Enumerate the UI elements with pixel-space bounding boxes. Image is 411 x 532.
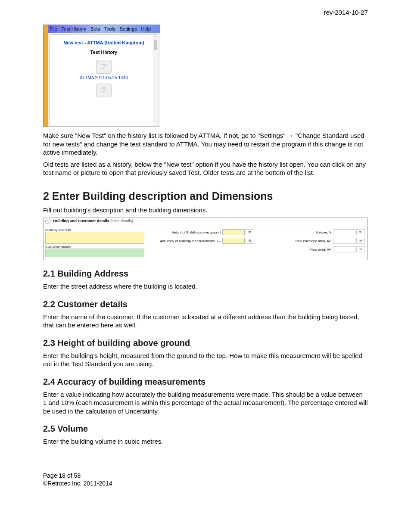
- scrollbar[interactable]: ^: [153, 35, 158, 126]
- hide-details-link[interactable]: (Hide details): [110, 219, 133, 223]
- building-address-input[interactable]: [45, 232, 144, 244]
- envelope-unit: m²: [356, 238, 365, 244]
- height-label: Height of Building above ground: [147, 230, 222, 234]
- paragraph: Old tests are listed as a history, below…: [43, 160, 368, 177]
- scroll-thumb[interactable]: [154, 40, 157, 50]
- paragraph: Make sure "New Test" on the history list…: [43, 131, 368, 157]
- form-panel-screenshot: ^ Building and Customer details (Hide de…: [43, 218, 368, 260]
- collapse-icon[interactable]: ^: [45, 219, 50, 224]
- footer: Page 18 of 58 ©Retrotec Inc. 2011-2014: [43, 472, 368, 487]
- menu-help[interactable]: Help: [141, 26, 151, 31]
- customer-details-label: Customer details: [45, 245, 144, 249]
- height-unit: m: [246, 229, 254, 235]
- test-history-heading: Test History: [52, 50, 156, 55]
- paragraph: Enter the street address where the build…: [43, 282, 368, 291]
- menu-file[interactable]: File: [50, 26, 57, 31]
- accuracy-input[interactable]: [222, 238, 245, 244]
- paragraph: Fill out building's description and the …: [43, 206, 368, 215]
- new-test-link[interactable]: New test - ATTMA (United Kingdom): [52, 40, 156, 45]
- form-panel-title: Building and Customer details: [53, 219, 109, 223]
- building-address-label: Building Address: [45, 228, 144, 232]
- section-heading-2: 2 Enter Building description and Dimensi…: [43, 190, 368, 202]
- subsection-heading-2-2: 2.2 Customer details: [43, 299, 368, 309]
- paragraph: Enter the building volume in cubic metre…: [43, 437, 368, 446]
- copyright: ©Retrotec Inc. 2011-2014: [43, 479, 368, 487]
- history-item-link[interactable]: ATTMA 2014-05-25 1446: [52, 75, 156, 80]
- test-thumbnail-icon[interactable]: ?: [96, 60, 112, 74]
- customer-details-input[interactable]: [45, 249, 144, 257]
- accuracy-label: Accuracy of building measurements, +/-: [147, 239, 222, 243]
- page-number: Page 18 of 58: [43, 472, 368, 479]
- envelope-label: Total envelope area, AE: [258, 239, 333, 243]
- menubar: File Test History Sets Tools Settings He…: [48, 25, 160, 33]
- volume-input[interactable]: [333, 229, 355, 235]
- menu-sets[interactable]: Sets: [90, 26, 100, 31]
- envelope-input[interactable]: [333, 238, 355, 244]
- subsection-heading-2-4: 2.4 Accuracy of building measurements: [43, 377, 368, 387]
- app-window-screenshot: File Test History Sets Tools Settings He…: [43, 25, 160, 127]
- height-input[interactable]: [222, 229, 245, 235]
- scroll-up-icon[interactable]: ^: [153, 35, 158, 39]
- form-panel-header: ^ Building and Customer details (Hide de…: [44, 218, 367, 225]
- test-thumbnail-icon[interactable]: ?: [96, 84, 112, 97]
- history-panel: ^ New test - ATTMA (United Kingdom) Test…: [50, 34, 158, 127]
- subsection-heading-2-3: 2.3 Height of building above ground: [43, 338, 368, 348]
- revision-label: rev-2014-10-27: [43, 9, 368, 16]
- volume-label: Volume, V: [258, 230, 333, 234]
- subsection-heading-2-1: 2.1 Building Address: [43, 269, 368, 279]
- accuracy-unit: %: [246, 238, 254, 244]
- menu-tools[interactable]: Tools: [104, 26, 115, 31]
- paragraph: Enter the building's height, measured fr…: [43, 352, 368, 368]
- floor-unit: m²: [356, 246, 365, 252]
- paragraph: Enter a value indicating how accurately …: [43, 390, 368, 416]
- volume-unit: m³: [356, 229, 365, 235]
- paragraph: Enter the name of the customer. If the c…: [43, 313, 368, 330]
- menu-settings[interactable]: Settings: [120, 26, 137, 31]
- floor-input[interactable]: [333, 246, 355, 252]
- menu-test-history[interactable]: Test History: [62, 26, 86, 31]
- orange-sidebar: [44, 25, 48, 127]
- floor-label: Floor area, AF: [258, 248, 333, 252]
- subsection-heading-2-5: 2.5 Volume: [43, 424, 368, 434]
